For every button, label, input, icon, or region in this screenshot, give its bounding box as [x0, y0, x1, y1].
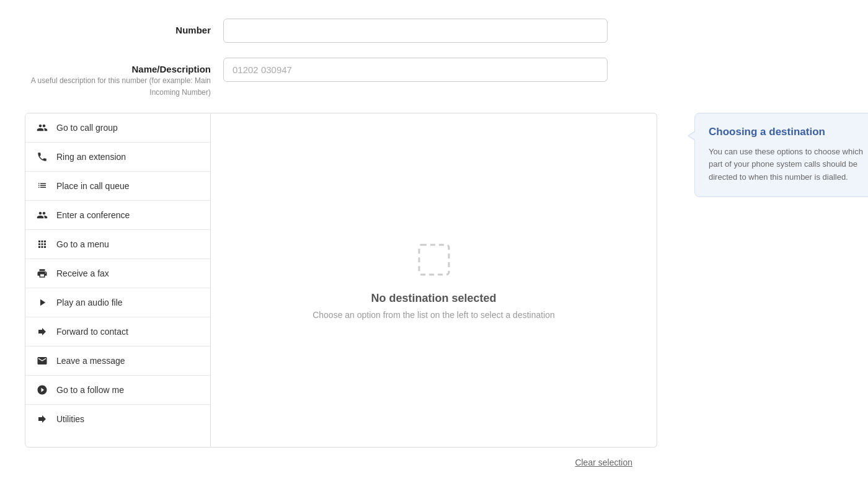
name-label: Name/Description	[25, 64, 211, 74]
destination-item-menu[interactable]: Go to a menu	[25, 230, 210, 259]
destination-item-label-call-queue: Place in call queue	[56, 181, 130, 191]
destination-item-label-call-group: Go to call group	[56, 123, 118, 133]
destination-item-label-audio: Play an audio file	[56, 298, 123, 307]
no-destination-sub: Choose an option from the list on the le…	[312, 310, 555, 320]
destination-item-label-follow-me: Go to a follow me	[56, 385, 124, 395]
name-input[interactable]	[223, 58, 608, 82]
destination-item-fax[interactable]: Receive a fax	[25, 259, 210, 288]
destination-item-ring-extension[interactable]: Ring an extension	[25, 143, 210, 172]
destination-item-label-forward: Forward to contact	[56, 327, 128, 337]
phone-icon	[35, 151, 49, 162]
destination-item-follow-me[interactable]: Go to a follow me	[25, 376, 210, 405]
destination-item-label-menu: Go to a menu	[56, 239, 109, 249]
audio-icon	[35, 297, 49, 308]
fax-icon	[35, 268, 49, 279]
svg-rect-0	[419, 245, 449, 275]
destination-item-label-ring-extension: Ring an extension	[56, 152, 126, 162]
destination-item-label-message: Leave a message	[56, 356, 125, 366]
conference-icon	[35, 210, 49, 221]
destination-panel: No destination selected Choose an option…	[211, 113, 657, 448]
no-destination-icon	[414, 240, 454, 280]
destination-section-wrapper: Go to call groupRing an extensionPlace i…	[25, 113, 657, 448]
destination-item-label-fax: Receive a fax	[56, 268, 109, 278]
number-input-col: 01202 030947	[223, 19, 657, 43]
group-icon	[35, 122, 49, 133]
number-row: Number 01202 030947	[25, 19, 657, 43]
info-bubble-body: You can use these options to choose whic…	[709, 146, 868, 184]
menu-icon	[35, 239, 49, 250]
destination-item-label-conference: Enter a conference	[56, 210, 130, 220]
destination-item-call-queue[interactable]: Place in call queue	[25, 172, 210, 201]
destination-item-conference[interactable]: Enter a conference	[25, 201, 210, 230]
name-sublabel: A useful description for this number (fo…	[31, 76, 211, 97]
destination-list: Go to call groupRing an extensionPlace i…	[25, 113, 211, 448]
info-bubble-title: Choosing a destination	[709, 126, 868, 138]
queue-icon	[35, 180, 49, 192]
message-icon	[35, 355, 49, 366]
name-row: Name/Description A useful description fo…	[25, 58, 657, 98]
destination-item-audio[interactable]: Play an audio file	[25, 288, 210, 317]
utilities-icon	[35, 413, 49, 425]
destination-item-label-utilities: Utilities	[56, 414, 84, 424]
clear-selection-button[interactable]: Clear selection	[575, 457, 632, 467]
follow-me-icon	[35, 384, 49, 395]
number-input[interactable]: 01202 030947	[223, 19, 608, 43]
number-label: Number	[25, 25, 211, 35]
bottom-actions: Clear selection	[25, 457, 657, 467]
no-destination-title: No destination selected	[371, 292, 496, 305]
info-bubble: Choosing a destination You can use these…	[694, 113, 868, 197]
destination-item-call-group[interactable]: Go to call group	[25, 113, 210, 143]
destination-item-utilities[interactable]: Utilities	[25, 405, 210, 433]
name-input-col	[223, 58, 657, 82]
number-label-col: Number	[25, 19, 223, 35]
name-label-col: Name/Description A useful description fo…	[25, 58, 223, 98]
destination-section: Go to call groupRing an extensionPlace i…	[25, 113, 657, 448]
destination-item-message[interactable]: Leave a message	[25, 347, 210, 376]
destination-item-forward[interactable]: Forward to contact	[25, 317, 210, 347]
forward-icon	[35, 326, 49, 337]
